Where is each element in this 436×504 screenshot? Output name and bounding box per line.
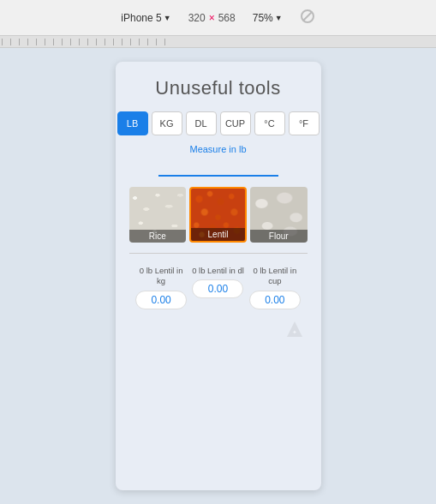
device-label: iPhone 5 <box>121 12 161 24</box>
unit-btn-fahrenheit[interactable]: °F <box>289 111 320 135</box>
device-chevron-icon: ▼ <box>164 14 171 22</box>
unit-btn-kg[interactable]: KG <box>152 111 182 135</box>
zoom-value: 75% <box>253 12 273 24</box>
unit-btn-cup[interactable]: CUP <box>220 111 251 135</box>
measure-input[interactable] <box>158 158 278 177</box>
watermark: ✦ <box>129 320 308 339</box>
ruler-tick <box>113 39 122 45</box>
results-section: 0 lb Lentil inkg 0.00 0 lb Lentil in dl … <box>129 266 308 309</box>
width-value: 320 <box>188 12 206 24</box>
device-selector[interactable]: iPhone 5 ▼ <box>121 12 170 24</box>
main-area: Unuseful tools LB KG DL CUP °C °F Measur… <box>0 48 436 504</box>
result-value-kg: 0.00 <box>135 291 187 309</box>
food-images-group: Rice Lentil Flour <box>129 187 308 254</box>
measure-label: Measure in lb <box>189 144 246 154</box>
ruler-tick <box>19 39 27 45</box>
svg-text:✦: ✦ <box>292 329 297 335</box>
result-label-cup: 0 lb Lentil incup <box>254 266 297 287</box>
result-col-dl: 0 lb Lentil in dl 0.00 <box>192 266 244 309</box>
food-label-lentil: Lentil <box>191 228 245 241</box>
unit-btn-celsius[interactable]: °C <box>254 111 285 135</box>
ruler-tick <box>53 39 62 45</box>
ruler-tick <box>164 39 173 45</box>
food-item-lentil[interactable]: Lentil <box>189 187 247 243</box>
ruler-tick <box>156 39 164 45</box>
ruler-tick <box>36 39 45 45</box>
app-card: Unuseful tools LB KG DL CUP °C °F Measur… <box>116 62 321 490</box>
zoom-chevron-icon: ▼ <box>275 14 283 22</box>
result-col-kg: 0 lb Lentil inkg 0.00 <box>135 266 187 309</box>
result-label-kg: 0 lb Lentil inkg <box>140 266 183 287</box>
result-value-dl: 0.00 <box>192 279 243 298</box>
food-item-rice[interactable]: Rice <box>129 187 187 243</box>
food-label-rice: Rice <box>129 230 187 243</box>
ruler-tick <box>139 39 147 45</box>
ruler-strip <box>0 36 436 48</box>
food-label-flour: Flour <box>250 230 308 243</box>
ruler-tick <box>105 39 113 45</box>
unit-btn-lb[interactable]: LB <box>117 111 148 135</box>
ruler-tick <box>45 39 53 45</box>
height-value: 568 <box>218 12 236 24</box>
watermark-icon: ✦ <box>285 320 304 339</box>
ruler-tick <box>70 39 79 45</box>
result-label-dl: 0 lb Lentil in dl <box>192 266 244 276</box>
unit-btn-dl[interactable]: DL <box>186 111 217 135</box>
ruler-tick <box>62 39 70 45</box>
ruler-tick <box>2 39 10 45</box>
result-value-cup: 0.00 <box>249 291 301 309</box>
no-entry-icon <box>300 9 315 27</box>
ruler-tick <box>79 39 87 45</box>
app-title: Unuseful tools <box>155 77 280 99</box>
result-col-cup: 0 lb Lentil incup 0.00 <box>249 266 301 309</box>
ruler-tick <box>87 39 96 45</box>
ruler-tick <box>122 39 130 45</box>
ruler-tick <box>96 39 105 45</box>
ruler-tick <box>130 39 139 45</box>
browser-toolbar: iPhone 5 ▼ 320 × 568 75% ▼ <box>0 0 436 36</box>
dimension-separator: × <box>209 12 215 24</box>
svg-line-1 <box>303 12 312 21</box>
measure-input-wrap <box>158 158 278 177</box>
food-item-flour[interactable]: Flour <box>250 187 308 243</box>
ruler-tick <box>27 39 36 45</box>
dimensions-display: 320 × 568 <box>188 12 236 24</box>
ruler-tick <box>147 39 156 45</box>
zoom-selector[interactable]: 75% ▼ <box>253 12 283 24</box>
ruler-tick <box>10 39 19 45</box>
unit-buttons-group: LB KG DL CUP °C °F <box>117 111 320 135</box>
